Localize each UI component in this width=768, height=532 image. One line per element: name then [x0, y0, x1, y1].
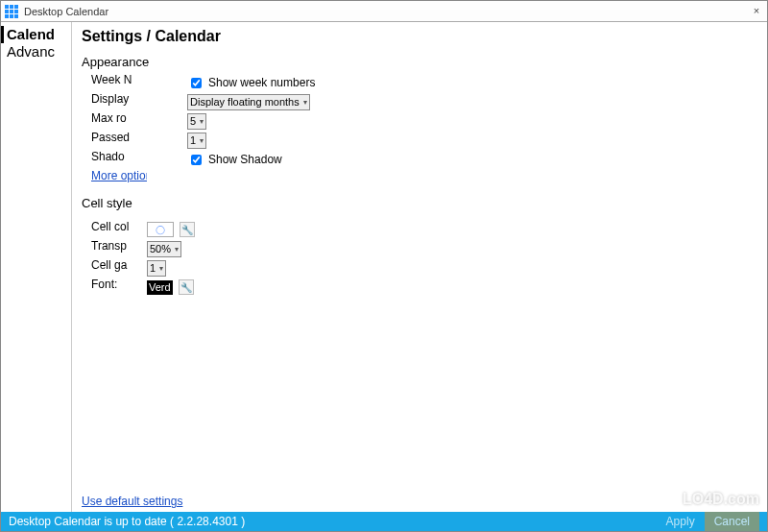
transparency-select[interactable]: 50% ▾ [147, 241, 181, 257]
svg-rect-7 [10, 14, 13, 18]
page-title: Settings / Calendar [82, 28, 757, 45]
window-body: Calend Advanc Settings / Calendar Appear… [1, 22, 767, 512]
label-cell-col: Cell col [91, 220, 147, 239]
titlebar: Desktop Calendar × [1, 1, 767, 22]
sidebar-item-advanced[interactable]: Advanc [1, 43, 71, 60]
svg-rect-8 [14, 14, 18, 18]
more-options-link[interactable]: More options... [91, 169, 147, 182]
cellstyle-heading: Cell style [82, 196, 757, 210]
transparency-value: 50% [150, 243, 171, 254]
main-panel: Settings / Calendar Appearance Week N Di… [72, 22, 767, 512]
appearance-form: Week N Display Max ro Passed Shado More … [82, 73, 757, 190]
chevron-down-icon: ▾ [200, 136, 204, 145]
show-week-numbers-checkbox[interactable] [191, 78, 202, 88]
display-months-select[interactable]: Display floating months ▾ [187, 94, 310, 110]
font-settings-button[interactable]: 🔧 [179, 279, 194, 295]
chevron-down-icon: ▾ [175, 245, 179, 254]
passed-select[interactable]: 1 ▾ [187, 133, 206, 149]
label-cell-ga: Cell ga [91, 258, 147, 278]
sidebar: Calend Advanc [1, 22, 72, 512]
max-rows-select[interactable]: 5 ▾ [187, 113, 206, 130]
show-shadow-checkbox[interactable] [191, 155, 202, 165]
cancel-button[interactable]: Cancel [705, 512, 759, 531]
svg-rect-4 [10, 10, 13, 13]
status-text: Desktop Calendar is up to date ( 2.2.28.… [9, 515, 245, 528]
display-months-value: Display floating months [190, 96, 300, 108]
label-week-n: Week N [91, 73, 147, 92]
label-passed: Passed [91, 131, 147, 150]
app-window: Desktop Calendar × Calend Advanc Setting… [0, 0, 768, 532]
bottom-link-area: Use default settings [82, 495, 182, 508]
font-preview[interactable]: Verd [147, 280, 173, 295]
cell-color-swatch[interactable]: ◯ [147, 222, 174, 237]
cellstyle-labels: Cell col Transp Cell ga Font: [91, 220, 147, 297]
svg-rect-3 [5, 10, 9, 13]
show-week-numbers-label: Show week numbers [208, 76, 315, 89]
chevron-down-icon: ▾ [303, 98, 307, 107]
statusbar: Desktop Calendar is up to date ( 2.2.28.… [1, 512, 767, 531]
cell-gap-value: 1 [150, 262, 156, 274]
label-display: Display [91, 92, 147, 111]
use-default-settings-link[interactable]: Use default settings [82, 495, 182, 508]
cell-color-settings-button[interactable]: 🔧 [180, 222, 195, 237]
svg-rect-0 [5, 5, 9, 9]
app-icon [5, 5, 18, 18]
cellstyle-form: Cell col Transp Cell ga Font: ◯ 🔧 50% ▾ [82, 220, 757, 306]
appearance-heading: Appearance [82, 55, 757, 69]
appearance-labels: Week N Display Max ro Passed Shado More … [91, 73, 147, 188]
appearance-controls: Show week numbers Display floating month… [187, 73, 315, 169]
chevron-down-icon: ▾ [159, 264, 163, 273]
label-font: Font: [91, 278, 147, 297]
label-transp: Transp [91, 239, 147, 258]
close-button[interactable]: × [750, 5, 763, 18]
show-shadow-label: Show Shadow [208, 153, 282, 166]
apply-button[interactable]: Apply [657, 512, 705, 531]
cell-gap-select[interactable]: 1 ▾ [147, 260, 166, 277]
svg-rect-6 [5, 14, 9, 18]
svg-rect-1 [10, 5, 13, 9]
label-max-ro: Max ro [91, 111, 147, 131]
svg-rect-2 [14, 5, 18, 9]
chevron-down-icon: ▾ [200, 117, 204, 126]
svg-rect-5 [14, 10, 18, 13]
cellstyle-controls: ◯ 🔧 50% ▾ 1 ▾ [147, 220, 195, 297]
max-rows-value: 5 [190, 115, 196, 127]
window-title: Desktop Calendar [24, 6, 750, 17]
passed-value: 1 [190, 134, 196, 146]
label-shado: Shado [91, 150, 147, 169]
sidebar-item-calendar[interactable]: Calend [1, 26, 71, 43]
